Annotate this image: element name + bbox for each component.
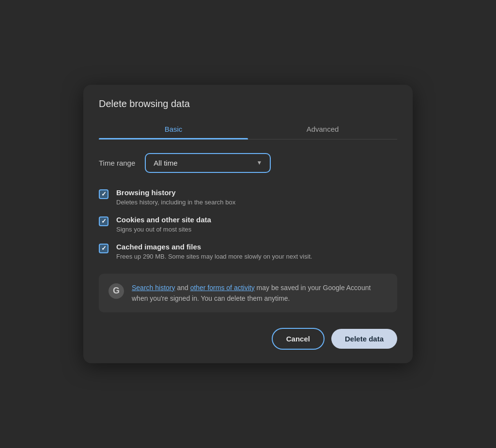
checkmark-icon: ✓ <box>101 217 107 225</box>
checkmark-icon: ✓ <box>101 245 107 252</box>
checkbox-desc-cached: Frees up 290 MB. Some sites may load mor… <box>116 253 312 260</box>
checkbox-text-cookies: Cookies and other site data Signs you ou… <box>116 216 211 233</box>
dropdown-arrow-icon: ▼ <box>256 159 262 166</box>
tab-bar: Basic Advanced <box>99 119 397 139</box>
checkbox-cookies[interactable]: ✓ <box>99 216 108 226</box>
checkbox-label-cached: Cached images and files <box>116 243 312 251</box>
tab-advanced[interactable]: Advanced <box>248 119 397 139</box>
checkmark-icon: ✓ <box>101 190 107 198</box>
checkbox-text-cached: Cached images and files Frees up 290 MB.… <box>116 243 312 260</box>
tab-basic[interactable]: Basic <box>99 119 248 139</box>
delete-browsing-data-dialog: Delete browsing data Basic Advanced Time… <box>83 85 413 364</box>
time-range-label: Time range <box>99 159 135 167</box>
checkboxes-list: ✓ Browsing history Deletes history, incl… <box>99 188 397 260</box>
google-account-notice: G Search history and other forms of acti… <box>99 274 397 313</box>
checkbox-label-browsing-history: Browsing history <box>116 188 235 197</box>
checkbox-cached[interactable]: ✓ <box>99 244 108 253</box>
other-activity-link[interactable]: other forms of activity <box>190 284 255 292</box>
time-range-value: All time <box>154 159 177 167</box>
checkbox-browsing-history[interactable]: ✓ <box>99 189 108 199</box>
checkbox-item-cached: ✓ Cached images and files Frees up 290 M… <box>99 243 397 260</box>
checkbox-label-cookies: Cookies and other site data <box>116 216 211 224</box>
checkbox-item-browsing-history: ✓ Browsing history Deletes history, incl… <box>99 188 397 206</box>
time-range-row: Time range All time ▼ <box>99 153 397 173</box>
delete-data-button[interactable]: Delete data <box>331 329 397 349</box>
dialog-title: Delete browsing data <box>99 98 397 109</box>
checkbox-item-cookies: ✓ Cookies and other site data Signs you … <box>99 216 397 233</box>
search-history-link[interactable]: Search history <box>132 284 175 292</box>
notice-text-middle: and <box>177 284 190 292</box>
checkbox-text-browsing-history: Browsing history Deletes history, includ… <box>116 188 235 206</box>
checkbox-desc-cookies: Signs you out of most sites <box>116 226 211 233</box>
notice-text: Search history and other forms of activi… <box>132 282 388 304</box>
cancel-button[interactable]: Cancel <box>272 328 325 350</box>
dialog-footer: Cancel Delete data <box>99 328 397 350</box>
checkbox-desc-browsing-history: Deletes history, including in the search… <box>116 199 235 206</box>
google-logo-icon: G <box>108 283 124 299</box>
time-range-select[interactable]: All time ▼ <box>145 153 271 173</box>
